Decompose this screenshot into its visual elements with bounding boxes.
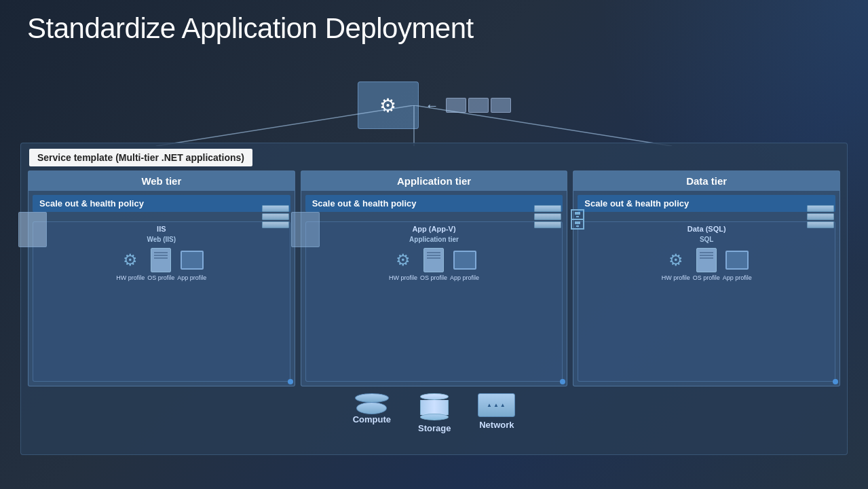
web-tier-header: Web tier	[29, 171, 295, 191]
disk-2	[356, 402, 387, 414]
appv-os-label: OS profile	[420, 274, 447, 281]
storage-label: Storage	[418, 423, 451, 433]
data-tier-header: Data tier	[573, 171, 839, 191]
appv-hw-icon: ⚙	[391, 247, 415, 273]
app-server-2	[534, 213, 561, 220]
iis-label: IIS	[157, 225, 166, 233]
data-tier-scale-health: Scale out & health policy	[578, 195, 835, 212]
appv-app-profile: App profile	[450, 247, 479, 281]
web-iis-label: Web (IIS)	[147, 236, 176, 243]
top-icon-area: ⚙ ←	[358, 82, 511, 129]
app-tier-box: Application tier Scale out & health poli…	[301, 170, 568, 386]
sql-app-label: App profile	[723, 274, 752, 281]
iis-os-icon	[149, 247, 173, 273]
web-tier-scale-health: Scale out & health policy	[33, 195, 290, 212]
app-sub-tiers: App (App-V) Application tier ⚙ HW profil…	[301, 217, 567, 386]
appv-profiles: ⚙ HW profile OS profile	[388, 246, 480, 283]
page-title: Standardize Application Deployment	[27, 12, 474, 45]
storage-cyl-top	[420, 393, 449, 400]
iis-os-label: OS profile	[147, 274, 174, 281]
server-2	[262, 213, 289, 220]
sql-dot	[833, 379, 838, 384]
appv-os-icon	[421, 247, 446, 273]
web-tier-box: Web tier Scale out & health policy IIS W…	[28, 170, 295, 386]
iis-app-profile: App profile	[177, 247, 206, 281]
sql-app-profile: App profile	[723, 247, 752, 281]
compute-icon	[355, 393, 389, 412]
os-doc-icon	[151, 248, 171, 272]
server-1	[262, 205, 289, 212]
appv-app-label: App profile	[450, 274, 479, 281]
hw-gear-icon: ⚙	[120, 250, 140, 270]
data-server-3	[807, 221, 834, 228]
iis-profiles: ⚙ HW profile OS profile	[115, 246, 208, 283]
iis-hw-label: HW profile	[116, 274, 145, 281]
appv-dot	[560, 379, 565, 384]
sql-hw-icon: ⚙	[664, 247, 688, 273]
disk-1	[355, 393, 389, 403]
iis-sub-tier: IIS Web (IIS) ⚙ HW profile	[33, 221, 290, 382]
appv-hw-profile: ⚙ HW profile	[389, 247, 417, 281]
app-tier-header: Application tier	[301, 171, 567, 191]
sql-os-profile: OS profile	[693, 247, 720, 281]
iis-dot	[288, 379, 293, 384]
sql-sub-label: SQL	[700, 236, 714, 243]
appv-label: App (App-V)	[412, 225, 455, 233]
sql-os-doc-icon	[696, 248, 717, 272]
service-template-label: Service template (Multi-tier .NET applic…	[29, 149, 252, 166]
network-label: Network	[479, 420, 514, 430]
settings-icon: ⚙	[379, 94, 396, 117]
monitor-strip	[446, 98, 511, 113]
appv-app-screen-icon	[453, 251, 476, 270]
compute-label: Compute	[353, 414, 391, 424]
sql-hw-profile: ⚙ HW profile	[662, 247, 690, 281]
app-tier-sub-label: Application tier	[409, 236, 459, 243]
iis-hw-profile: ⚙ HW profile	[116, 247, 145, 281]
sql-profiles: ⚙ HW profile OS profile	[660, 246, 753, 283]
monitor-mini-1	[446, 98, 466, 113]
web-tier-doc-icon	[18, 212, 47, 247]
arrow-icon: ←	[426, 98, 439, 113]
sql-sub-tier: Data (SQL) SQL ⚙ HW profile	[578, 221, 835, 382]
storage-cyl-body	[420, 400, 449, 415]
data-sql-label: Data (SQL)	[687, 225, 726, 233]
data-tier-servers	[807, 205, 834, 228]
storage-cyl-bottom	[420, 414, 449, 420]
app-server-1	[534, 205, 561, 212]
main-container: Service template (Multi-tier .NET applic…	[20, 143, 848, 455]
server-3	[262, 221, 289, 228]
network-resource: Network	[478, 393, 515, 430]
sql-os-icon	[694, 247, 719, 273]
data-server-1	[807, 205, 834, 212]
appv-sub-tier: App (App-V) Application tier ⚙ HW profil…	[305, 221, 563, 382]
appv-os-profile: OS profile	[420, 247, 447, 281]
sql-app-screen-icon	[725, 251, 749, 270]
iis-app-label: App profile	[177, 274, 206, 281]
bottom-resources: Compute Storage Network	[28, 390, 840, 454]
appv-hw-gear-icon: ⚙	[393, 250, 413, 270]
storage-resource: Storage	[418, 393, 451, 433]
sql-hw-label: HW profile	[662, 274, 690, 281]
sql-hw-gear-icon: ⚙	[666, 250, 686, 270]
app-tier-doc-icon	[291, 212, 320, 247]
monitor-mini-3	[491, 98, 511, 113]
data-server-2	[807, 213, 834, 220]
web-sub-tiers: IIS Web (IIS) ⚙ HW profile	[29, 217, 295, 386]
app-screen-icon	[181, 251, 204, 270]
web-tier-servers	[262, 205, 289, 228]
sql-os-label: OS profile	[693, 274, 720, 281]
data-tier-db-icon: 🗄	[567, 209, 588, 234]
app-tier-servers	[534, 205, 561, 228]
appv-app-icon	[453, 247, 477, 273]
tiers-row: Web tier Scale out & health policy IIS W…	[28, 170, 840, 386]
app-tier-scale-health: Scale out & health policy	[305, 195, 563, 212]
iis-app-icon	[180, 247, 204, 273]
network-icon	[478, 393, 515, 417]
appv-os-doc-icon	[423, 248, 444, 272]
sql-app-icon	[725, 247, 749, 273]
storage-icon	[420, 393, 449, 420]
main-settings-icon-box: ⚙	[358, 82, 419, 129]
app-server-3	[534, 221, 561, 228]
iis-hw-icon: ⚙	[118, 247, 143, 273]
db-cylinder-icon: 🗄	[567, 209, 588, 233]
